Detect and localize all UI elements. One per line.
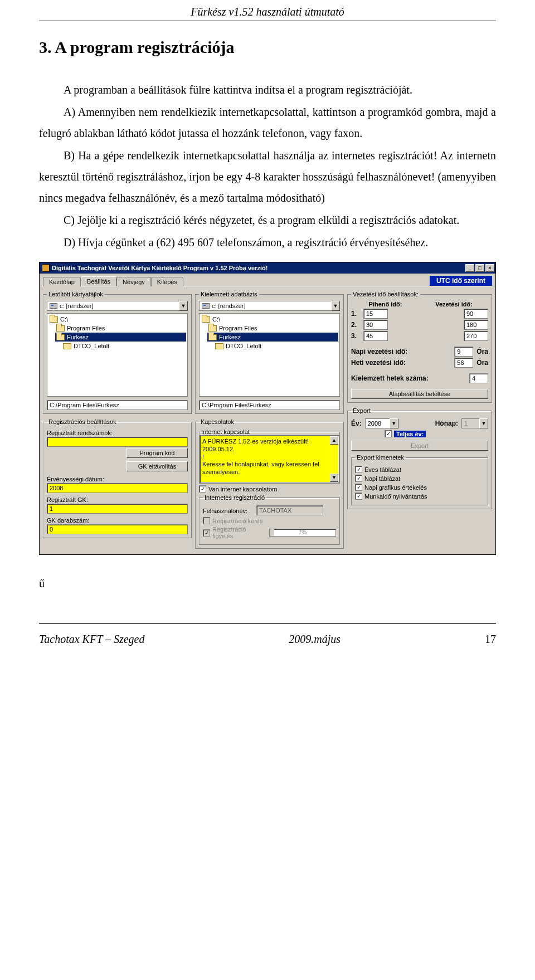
footer-left: Tachotax KFT – Szeged — [39, 633, 144, 646]
checkbox-icon[interactable] — [355, 466, 362, 473]
has-internet-label: Van internet kapcsolatom — [208, 486, 277, 493]
rest-2-input[interactable] — [363, 320, 388, 330]
paragraph-intro: A programban a beállítások fülre kattint… — [39, 79, 496, 100]
group-connections-legend: Kapcsolatok — [199, 418, 236, 425]
program-code-button[interactable]: Program kód — [127, 448, 188, 458]
export-yearly-label: Éves táblázat — [364, 466, 401, 473]
chevron-down-icon[interactable]: ▼ — [179, 301, 188, 311]
remove-vehicle-button[interactable]: GK eltávolítás — [127, 461, 188, 471]
export-daily-row[interactable]: Napi táblázat — [355, 475, 484, 482]
reg-watch-row: Regisztráció figyelés 7% — [203, 526, 336, 539]
export-button: Export — [351, 441, 488, 451]
gk-count-label: GK darabszám: — [47, 517, 188, 524]
drive-select-mid[interactable]: c: [rendszer] ▼ — [199, 301, 340, 311]
validity-date-input[interactable] — [47, 483, 188, 493]
drive-select-left[interactable]: c: [rendszer] ▼ — [47, 301, 188, 311]
checkbox-icon[interactable] — [199, 485, 206, 493]
path-input-left[interactable] — [47, 400, 188, 410]
row-index: 3. — [351, 332, 360, 340]
internet-conn-legend: Internet kapcsolat — [200, 428, 251, 435]
dir-item[interactable]: Furkesz — [67, 334, 89, 340]
registered-serials-input[interactable] — [47, 437, 188, 447]
registered-gk-input[interactable] — [47, 504, 188, 514]
group-export: Export Év: 2008 ▼ Hónap: 1 ▼ — [347, 407, 492, 509]
drive-settings-legend: Vezetési idő beállítások: — [351, 291, 420, 298]
tab-settings[interactable]: Beállítás — [81, 276, 116, 286]
month-value: 1 — [464, 420, 468, 427]
news-line1: A FÜRKÉSZ 1.52-es verziója elkészült! 20… — [202, 438, 309, 452]
drive-3-input[interactable] — [464, 331, 488, 341]
checkbox-icon[interactable] — [385, 430, 392, 437]
month-label: Hónap: — [435, 420, 458, 427]
export-yearly-row[interactable]: Éves táblázat — [355, 466, 484, 473]
dirlist-left[interactable]: C:\ Program Files Furkesz DTCO_Letölt — [47, 313, 188, 397]
dirlist-mid[interactable]: C:\ Program Files Furkesz DTCO_Letölt — [199, 313, 340, 397]
hours-unit: Óra — [476, 359, 488, 367]
year-select[interactable]: 2008 ▼ — [365, 418, 398, 428]
checkbox-icon[interactable] — [355, 484, 362, 491]
footer: Tachotax KFT – Szeged 2009.május 17 — [39, 623, 496, 646]
export-worktime-row[interactable]: Munkaidő nyilvántartás — [355, 493, 484, 500]
registered-gk-label: Regisztrált GK: — [47, 496, 188, 503]
username-input[interactable] — [256, 505, 323, 515]
rest-3-input[interactable] — [363, 331, 388, 341]
has-internet-check-row[interactable]: Van internet kapcsolatom — [199, 485, 340, 493]
dir-item[interactable]: Program Files — [219, 325, 257, 331]
month-select: 1 ▼ — [461, 418, 488, 428]
scroll-down-icon[interactable]: ▼ — [330, 474, 338, 482]
tabbar-row: Kezdőlap Beállítás Névjegy Kilépés UTC i… — [40, 274, 495, 286]
dir-item[interactable]: Program Files — [67, 325, 105, 331]
tab-exit[interactable]: Kilépés — [151, 277, 183, 286]
folder-icon — [63, 343, 71, 349]
daily-drive-input[interactable] — [454, 347, 473, 357]
weekly-drive-input[interactable] — [454, 358, 473, 368]
chevron-down-icon[interactable]: ▼ — [331, 301, 340, 311]
gk-count-input[interactable] — [47, 524, 188, 534]
path-input-mid[interactable] — [199, 400, 340, 410]
export-graph-row[interactable]: Napi grafikus értékelés — [355, 484, 484, 491]
drive-icon — [50, 303, 57, 309]
drive-2-input[interactable] — [464, 320, 488, 330]
dir-item[interactable]: DTCO_Letölt — [74, 343, 109, 349]
window-maximize-button[interactable]: □ — [475, 264, 484, 272]
registered-serials-label: Regisztrált rendszámok: — [47, 430, 188, 436]
full-year-row[interactable]: Teljes év: — [385, 430, 488, 437]
export-daily-label: Napi táblázat — [364, 475, 400, 482]
drive-label: c: [rendszer] — [60, 303, 94, 309]
load-defaults-button[interactable]: Alapbeállítás betöltése — [351, 389, 488, 399]
checkbox-icon[interactable] — [355, 493, 362, 500]
tabbar: Kezdőlap Beállítás Névjegy Kilépés — [43, 276, 183, 286]
window-close-button[interactable]: × — [485, 264, 494, 272]
dir-item[interactable]: C:\ — [212, 316, 220, 323]
hours-unit: Óra — [476, 348, 488, 355]
group-drive-settings: Vezetési idő beállítások: Pihenő idő: Ve… — [347, 291, 492, 403]
app-body: Letöltött kártyafájlok c: [rendszer] ▼ C… — [40, 286, 495, 554]
drive-label: c: [rendszer] — [212, 303, 246, 309]
chevron-down-icon[interactable]: ▼ — [390, 418, 398, 428]
export-outputs-legend: Export kimenetek — [355, 454, 406, 461]
rest-header: Pihenő idő: — [351, 301, 420, 308]
checkbox-icon[interactable] — [355, 475, 362, 482]
dir-item[interactable]: C:\ — [60, 316, 68, 323]
paragraph-b: B) Ha a gépe rendelkezik internetkapcsol… — [39, 145, 496, 208]
group-selected-db-legend: Kielemzett adatbázis — [199, 291, 259, 298]
paragraph-c: C) Jejölje ki a regisztráció kérés négyz… — [39, 209, 496, 231]
section-title: 3. A program regisztrációja — [39, 38, 496, 57]
window-title: Digitális Tachográf Vezetői Kártya Kiért… — [52, 265, 465, 271]
folder-icon — [56, 334, 65, 340]
dir-item[interactable]: Furkesz — [219, 334, 241, 340]
app-window: Digitális Tachográf Vezetői Kártya Kiért… — [39, 262, 496, 555]
rest-1-input[interactable] — [363, 309, 388, 319]
doc-header: Fürkész v1.52 használati útmutató — [39, 0, 496, 21]
folder-icon — [202, 316, 210, 323]
scroll-up-icon[interactable]: ▲ — [330, 436, 338, 445]
tab-about[interactable]: Névjegy — [116, 277, 151, 286]
tab-home[interactable]: Kezdőlap — [43, 277, 81, 286]
window-minimize-button[interactable]: _ — [465, 264, 474, 272]
weeks-input[interactable] — [469, 373, 488, 383]
group-internet-conn: Internet kapcsolat A FÜRKÉSZ 1.52-es ver… — [199, 428, 340, 484]
drive-1-input[interactable] — [464, 309, 488, 319]
news-line2: ! — [202, 454, 204, 460]
dir-item[interactable]: DTCO_Letölt — [226, 343, 261, 349]
full-year-label: Teljes év: — [394, 431, 426, 437]
